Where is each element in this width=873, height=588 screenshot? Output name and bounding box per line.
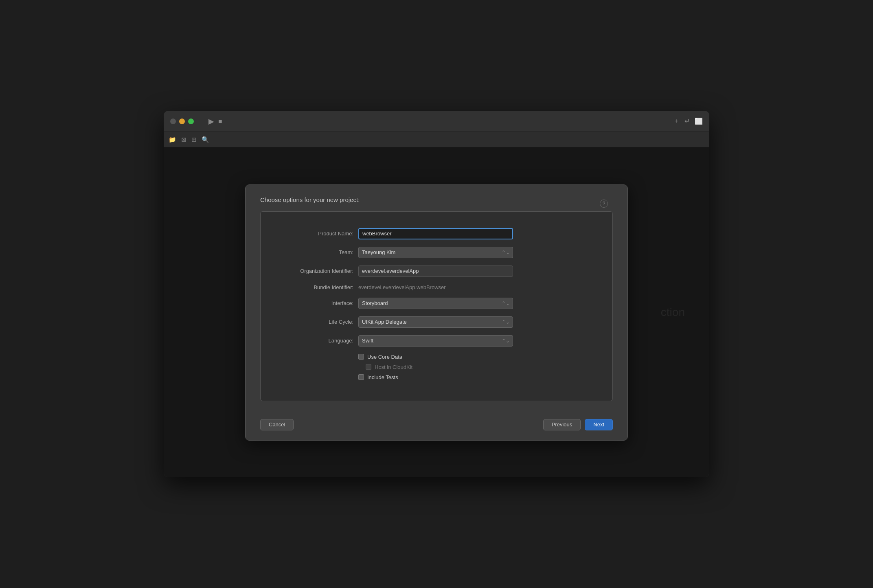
- fullscreen-icon[interactable]: ⬜: [695, 117, 703, 125]
- xcode-window: ▶ ■ ＋ ↵ ⬜ 📁 ⊠ ⊞ 🔍 ction Choose options f…: [164, 111, 709, 477]
- include-tests-checkbox[interactable]: [358, 374, 364, 380]
- team-row: Team: Taeyoung Kim ⌃⌄: [269, 247, 604, 258]
- product-name-label: Product Name:: [269, 230, 358, 237]
- host-cloudkit-checkbox[interactable]: [366, 364, 371, 370]
- lifecycle-select-wrapper: UIKit App Delegate SwiftUI App ⌃⌄: [358, 316, 513, 328]
- close-button[interactable]: [170, 118, 176, 124]
- lifecycle-row: Life Cycle: UIKit App Delegate SwiftUI A…: [269, 316, 604, 328]
- secondary-toolbar: 📁 ⊠ ⊞ 🔍: [164, 132, 709, 147]
- title-bar: ▶ ■ ＋ ↵ ⬜: [164, 111, 709, 132]
- team-select[interactable]: Taeyoung Kim: [358, 247, 513, 258]
- use-core-data-checkbox[interactable]: [358, 354, 364, 360]
- hierarchy-icon[interactable]: ⊞: [191, 136, 197, 143]
- product-name-row: Product Name:: [269, 228, 604, 239]
- stop-icon[interactable]: ■: [218, 118, 222, 125]
- use-core-data-label: Use Core Data: [367, 354, 402, 360]
- minimize-button[interactable]: [179, 118, 185, 124]
- bundle-identifier-value: everdevel.everdevelApp.webBrowser: [358, 284, 513, 290]
- host-cloudkit-label: Host in CloudKit: [375, 364, 412, 370]
- checkbox-section: Use Core Data Host in CloudKit Include T…: [269, 354, 604, 380]
- next-button[interactable]: Next: [585, 419, 613, 430]
- cancel-button[interactable]: Cancel: [260, 419, 294, 430]
- lifecycle-label: Life Cycle:: [269, 319, 358, 325]
- team-select-wrapper: Taeyoung Kim ⌃⌄: [358, 247, 513, 258]
- nav-buttons: Previous Next: [543, 419, 613, 430]
- product-name-input[interactable]: [358, 228, 513, 239]
- folder-icon[interactable]: 📁: [169, 136, 176, 143]
- maximize-button[interactable]: [188, 118, 194, 124]
- inspector-icon[interactable]: ⊠: [181, 136, 186, 143]
- interface-select[interactable]: Storyboard SwiftUI: [358, 298, 513, 309]
- lifecycle-select[interactable]: UIKit App Delegate SwiftUI App: [358, 316, 513, 328]
- form-area: Product Name: Team: Taeyoung Kim ⌃⌄: [260, 211, 613, 401]
- interface-label: Interface:: [269, 300, 358, 306]
- include-tests-row: Include Tests: [358, 374, 604, 380]
- language-select-wrapper: Swift Objective-C ⌃⌄: [358, 335, 513, 347]
- org-identifier-label: Organization Identifier:: [269, 268, 358, 274]
- modal-title: Choose options for your new project:: [260, 196, 613, 203]
- enter-icon[interactable]: ↵: [684, 117, 690, 125]
- play-icon[interactable]: ▶: [208, 117, 214, 126]
- previous-button[interactable]: Previous: [543, 419, 581, 430]
- language-row: Language: Swift Objective-C ⌃⌄: [269, 335, 604, 347]
- team-label: Team:: [269, 249, 358, 255]
- language-select[interactable]: Swift Objective-C: [358, 335, 513, 347]
- interface-select-wrapper: Storyboard SwiftUI ⌃⌄: [358, 298, 513, 309]
- add-icon[interactable]: ＋: [673, 117, 680, 125]
- new-project-modal: Choose options for your new project: ? P…: [245, 184, 628, 441]
- modal-content: Choose options for your new project: ? P…: [246, 185, 627, 419]
- host-cloudkit-row: Host in CloudKit: [358, 364, 604, 370]
- bundle-identifier-row: Bundle Identifier: everdevel.everdevelAp…: [269, 284, 604, 290]
- include-tests-label: Include Tests: [367, 374, 398, 380]
- bundle-identifier-label: Bundle Identifier:: [269, 284, 358, 290]
- interface-row: Interface: Storyboard SwiftUI ⌃⌄: [269, 298, 604, 309]
- modal-overlay: Choose options for your new project: ? P…: [164, 147, 709, 477]
- org-identifier-row: Organization Identifier: everdevel.everd…: [269, 265, 604, 277]
- search-icon[interactable]: 🔍: [202, 136, 209, 143]
- language-label: Language:: [269, 338, 358, 344]
- org-identifier-value: everdevel.everdevelApp: [358, 265, 513, 277]
- content-area: ction Choose options for your new projec…: [164, 147, 709, 477]
- modal-footer: Cancel Previous Next: [246, 419, 627, 440]
- traffic-lights: [170, 118, 194, 124]
- use-core-data-row: Use Core Data: [358, 354, 604, 360]
- help-icon[interactable]: ?: [600, 200, 608, 208]
- toolbar-right: ＋ ↵ ⬜: [673, 117, 703, 125]
